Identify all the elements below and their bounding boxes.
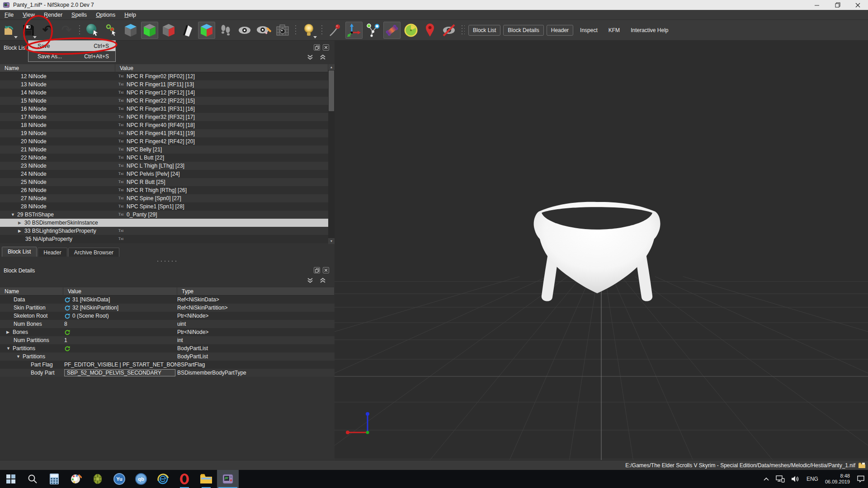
scroll-up-icon[interactable]: ▲ (328, 64, 335, 70)
table-row[interactable]: 23 NiNodeTxtNPC L Thigh [LThg] [23] (0, 162, 328, 170)
menu-spells[interactable]: Spells (67, 10, 91, 19)
clock-icon[interactable] (402, 22, 420, 39)
table-row[interactable]: 15 NiNodeTxtNPC R Finger22 [RF22] [15] (0, 97, 328, 105)
menu-options[interactable]: Options (91, 10, 120, 19)
value-field[interactable]: SBP_52_MOD_PELVIS_SECONDARY (64, 369, 175, 376)
pin-icon[interactable] (326, 22, 344, 39)
table-row[interactable]: 18 NiNodeTxtNPC R Finger40 [RF40] [18] (0, 121, 328, 129)
table-row[interactable]: 22 NiNodeTxtNPC L Butt [22] (0, 154, 328, 162)
table-row[interactable]: 19 NiNodeTxtNPC R Finger41 [RF41] [19] (0, 129, 328, 137)
search-icon[interactable] (22, 470, 43, 488)
menu-view[interactable]: View (18, 10, 39, 19)
panty-model[interactable] (534, 202, 660, 301)
chevron-up-icon[interactable] (319, 277, 328, 285)
cube-rgb-icon[interactable] (198, 22, 215, 39)
table-row[interactable]: 35 NiAlphaPropertyTxt (0, 235, 328, 243)
table-row[interactable]: Num Bones8uint (0, 320, 335, 328)
chevron-up-icon[interactable] (319, 54, 328, 61)
start-button[interactable] (0, 470, 22, 488)
column-header-name[interactable]: Name (0, 287, 63, 296)
table-row[interactable]: 17 NiNodeTxtNPC R Finger32 [RF32] [17] (0, 113, 328, 121)
camera-icon[interactable] (274, 22, 291, 39)
menu-help[interactable]: Help (120, 10, 141, 19)
toolbar-button-interactive-help[interactable]: Interactive Help (627, 25, 672, 35)
chevron-down-icon[interactable] (307, 54, 316, 61)
table-row[interactable]: ▶BonesPtr<NiNode> (0, 328, 335, 336)
save-icon[interactable] (20, 22, 37, 39)
toolbar-button-inspect[interactable]: Inspect (576, 25, 602, 35)
column-header-type[interactable]: Type (177, 287, 335, 296)
table-row[interactable]: 25 NiNodeTxtNPC R Butt [25] (0, 178, 328, 186)
calculator-icon[interactable] (43, 470, 65, 488)
plane-icon[interactable] (179, 22, 196, 39)
table-row[interactable]: 26 NiNodeTxtNPC R Thigh [RThg] [26] (0, 186, 328, 194)
menu-item-save-as[interactable]: Save As...Ctrl+Alt+S (28, 51, 115, 61)
footprints-icon[interactable] (217, 22, 234, 39)
toolbar-drag-handle[interactable] (461, 24, 465, 36)
eye-icon[interactable] (236, 22, 253, 39)
table-row[interactable]: 27 NiNodeTxtNPC Spine [Spn0] [27] (0, 194, 328, 202)
cube-red-icon[interactable] (160, 22, 177, 39)
internet-explorer-icon[interactable] (152, 470, 174, 488)
tree-expand-icon[interactable]: ▼ (11, 212, 15, 217)
qbittorrent-icon[interactable]: qb (130, 470, 152, 488)
nifskope-taskbar-icon[interactable] (217, 470, 239, 488)
chevron-down-icon[interactable] (307, 277, 316, 285)
tree-collapse-icon[interactable]: ▶ (18, 221, 22, 225)
volume-icon[interactable] (791, 475, 800, 483)
tree-collapse-icon[interactable]: ▶ (18, 229, 22, 233)
tab-header[interactable]: Header (38, 248, 67, 257)
axes-icon[interactable] (345, 22, 363, 39)
toolbar-button-kfm[interactable]: KFM (604, 25, 624, 35)
table-row[interactable]: Data31 [NiSkinData]Ref<NiSkinData> (0, 296, 335, 304)
paint-icon[interactable] (65, 470, 87, 488)
lightbulb-icon[interactable] (300, 22, 317, 39)
float-panel-icon[interactable] (314, 44, 320, 51)
close-button[interactable] (848, 0, 868, 10)
bug-app-icon[interactable] (87, 470, 108, 488)
table-row[interactable]: Skeleton Root0 (Scene Root)Ptr<NiNode> (0, 312, 335, 320)
table-row[interactable]: 16 NiNodeTxtNPC R Finger31 [RF31] [16] (0, 105, 328, 113)
menu-render[interactable]: Render (39, 10, 67, 19)
menu-item-save[interactable]: SaveCtrl+S (28, 41, 115, 51)
restore-button[interactable] (827, 0, 848, 10)
action-center-icon[interactable] (857, 475, 865, 483)
close-panel-icon[interactable] (323, 44, 329, 51)
table-row[interactable]: 28 NiNodeTxtNPC Spine1 [Spn1] [28] (0, 202, 328, 211)
table-row[interactable]: 14 NiNodeTxtNPC R Finger12 [RF12] [14] (0, 89, 328, 97)
eye-edit-icon[interactable] (255, 22, 272, 39)
hide-icon[interactable] (440, 22, 458, 39)
table-row[interactable]: ▼29 BSTriShapeTxt0_Panty [29] (0, 211, 328, 219)
location-pin-icon[interactable] (421, 22, 439, 39)
toolbar-button-header[interactable]: Header (547, 25, 573, 36)
file-explorer-icon[interactable] (195, 470, 217, 488)
table-row[interactable]: 21 NiNodeTxtNPC Belly [21] (0, 145, 328, 154)
toolbar-button-block-list[interactable]: Block List (468, 25, 500, 36)
sphere-select-icon[interactable] (84, 22, 101, 39)
tab-archive-browser[interactable]: Archive Browser (68, 248, 119, 257)
minimize-button[interactable] (807, 0, 827, 10)
table-row[interactable]: Part FlagPF_EDITOR_VISIBLE | PF_START_NE… (0, 361, 335, 369)
bone-weight-icon[interactable] (383, 22, 401, 39)
node-select-icon[interactable] (103, 22, 120, 39)
viewport-3d[interactable] (335, 41, 868, 460)
cube-blue-icon[interactable] (122, 22, 139, 39)
tray-chevron-up-icon[interactable] (763, 477, 769, 481)
yu-app-icon[interactable]: Yu (108, 470, 130, 488)
table-row[interactable]: ▶33 BSLightingShaderPropertyTxt (0, 227, 328, 235)
column-header-value[interactable]: Value (63, 287, 177, 296)
table-row[interactable]: 13 NiNodeTxtNPC R Finger11 [RF11] [13] (0, 80, 328, 89)
opera-icon[interactable] (174, 470, 195, 488)
column-header-value[interactable]: Value (115, 64, 328, 72)
bone-nodes-icon[interactable] (364, 22, 382, 39)
panel-splitter-handle[interactable] (156, 260, 179, 263)
table-row[interactable]: ▼PartitionsBodyPartList (0, 352, 335, 361)
clock[interactable]: 8:48 06.09.2019 (825, 473, 850, 485)
table-row[interactable]: 20 NiNodeTxtNPC R Finger42 [RF42] [20] (0, 137, 328, 145)
column-header-name[interactable]: Name (0, 64, 115, 72)
network-icon[interactable] (776, 475, 785, 483)
table-row[interactable]: 12 NiNodeTxtNPC R Finger02 [RF02] [12] (0, 72, 328, 80)
scroll-down-icon[interactable]: ▼ (328, 238, 335, 244)
load-icon[interactable] (1, 22, 18, 39)
tab-block-list[interactable]: Block List (2, 247, 37, 257)
